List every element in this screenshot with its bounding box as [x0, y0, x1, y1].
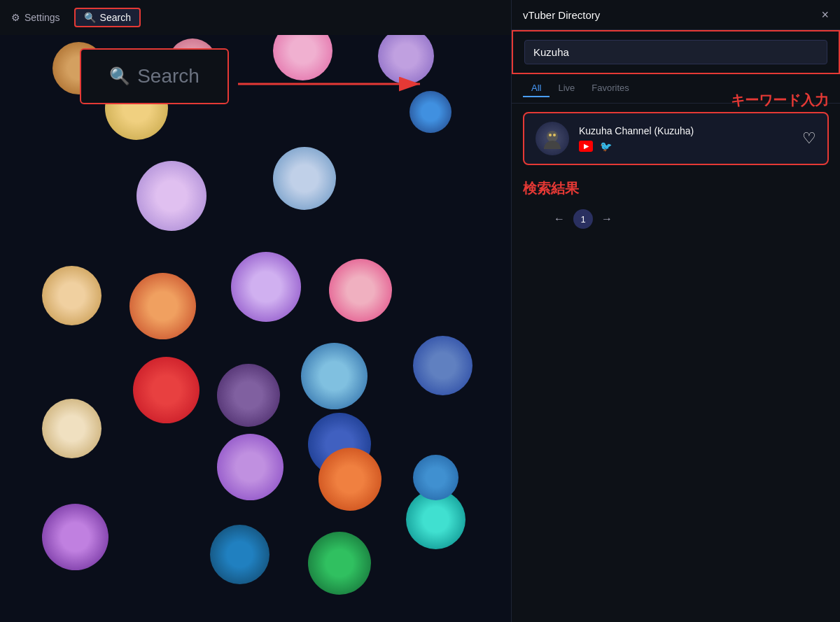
avatar-circle — [130, 273, 196, 339]
result-social-icons: ▶ 🐦 — [579, 141, 816, 152]
avatar-circle — [413, 455, 458, 500]
red-arrow-annotation — [231, 66, 434, 101]
svg-point-3 — [544, 141, 561, 149]
result-avatar — [536, 122, 569, 155]
tab-all[interactable]: All — [523, 80, 550, 97]
vtube-directory-panel: vTuber Directory × All Live Favorites Ku… — [511, 0, 840, 622]
annotation-results: 検索結果 — [523, 181, 579, 196]
search-icon-small: 🔍 — [84, 12, 96, 23]
search-result-card: Kuzuha Channel (Kuzuha) ▶ 🐦 ♡ — [523, 112, 829, 165]
dialog-title: vTuber Directory — [523, 9, 600, 21]
left-panel: ⚙ Settings 🔍 Search 🔍 Search — [0, 0, 511, 622]
search-button-top[interactable]: 🔍 Search — [74, 8, 141, 27]
tab-live[interactable]: Live — [550, 80, 583, 97]
avatar-circle — [217, 434, 284, 500]
page-number: 1 — [573, 209, 593, 229]
avatar-circle — [42, 266, 102, 325]
annotation-keyword-text: キーワード入力 — [731, 92, 829, 108]
avatar-circle — [318, 448, 382, 511]
search-icon-large: 🔍 — [109, 66, 130, 86]
avatar-circle — [301, 343, 368, 409]
avatar-circle — [308, 532, 371, 595]
avatar-circle — [210, 525, 270, 584]
avatar-circle — [133, 357, 200, 423]
avatar-circle — [136, 161, 206, 231]
avatar-circle — [42, 399, 102, 458]
favorite-button[interactable]: ♡ — [802, 129, 816, 148]
prev-page-button[interactable]: ← — [554, 213, 565, 225]
result-info: Kuzuha Channel (Kuzuha) ▶ 🐦 — [579, 125, 816, 152]
twitter-icon: 🐦 — [598, 141, 612, 152]
search-input[interactable] — [524, 40, 827, 64]
search-overlay-box: 🔍 Search — [80, 48, 229, 104]
avatar-circle — [42, 504, 108, 570]
close-button[interactable]: × — [821, 8, 829, 21]
youtube-icon: ▶ — [579, 141, 593, 152]
avatar-circle — [217, 364, 280, 427]
result-name: Kuzuha Channel (Kuzuha) — [579, 125, 816, 136]
avatar-circle — [329, 259, 392, 322]
svg-point-4 — [549, 134, 552, 136]
settings-button[interactable]: ⚙ Settings — [11, 12, 60, 23]
avatar-circle — [231, 252, 301, 322]
search-label-top: Search — [100, 12, 131, 23]
settings-label: Settings — [24, 12, 60, 23]
dialog-header: vTuber Directory × — [512, 0, 840, 30]
next-page-button[interactable]: → — [601, 213, 612, 225]
search-input-area — [512, 30, 840, 74]
results-annotation-area: 検索結果 — [512, 174, 840, 204]
gear-icon: ⚙ — [11, 12, 20, 23]
search-overlay-text: Search — [137, 65, 200, 87]
svg-point-5 — [553, 134, 556, 136]
pagination: ← 1 → — [512, 204, 840, 234]
keyword-annotation: キーワード入力 — [731, 91, 829, 110]
tab-favorites[interactable]: Favorites — [583, 80, 637, 97]
avatar-circle — [273, 147, 336, 210]
top-bar: ⚙ Settings 🔍 Search — [0, 0, 511, 35]
svg-point-2 — [547, 131, 558, 142]
avatar-circle — [413, 336, 472, 395]
